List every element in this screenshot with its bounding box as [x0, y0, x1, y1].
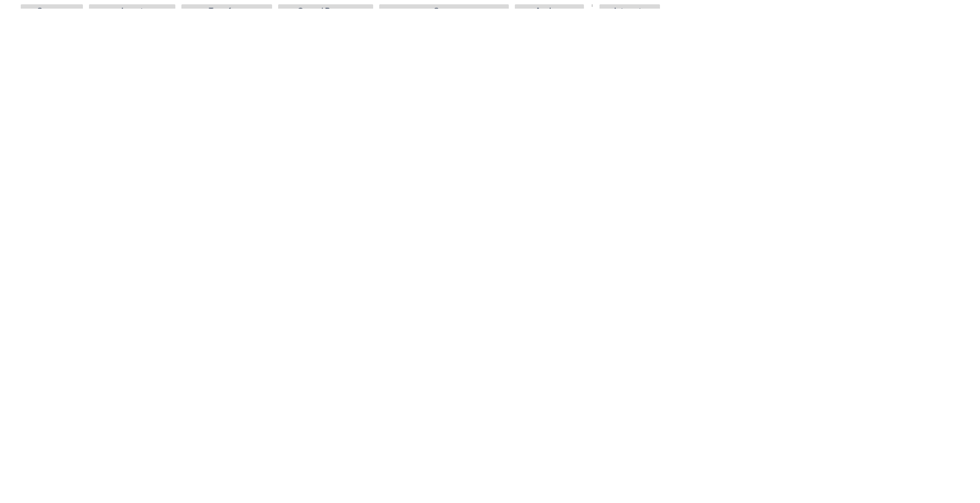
col-integrate: Integrate — [599, 4, 660, 9]
col-serve: Serve — [379, 4, 509, 9]
col-ingest: Ingest — [89, 4, 175, 9]
separator — [592, 4, 593, 9]
col-analyse: Analyse — [515, 4, 584, 9]
col-query: Query / Process — [278, 4, 373, 9]
col-sources: Sources — [21, 4, 83, 9]
col-transform: Transform — [181, 4, 272, 9]
